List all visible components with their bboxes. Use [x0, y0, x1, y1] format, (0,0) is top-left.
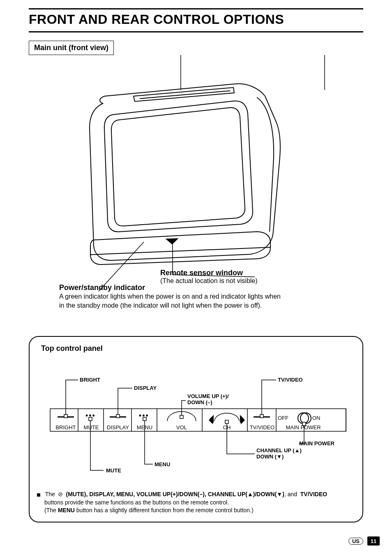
- svg-rect-27: [180, 415, 183, 419]
- note-pre: The: [45, 491, 55, 497]
- strip-display-label: DISPLAY: [105, 424, 131, 430]
- note-line3bold: MENU: [58, 507, 75, 513]
- strip-mute-label: MUTE: [81, 424, 102, 430]
- note-line3post: button has a slightly different function…: [76, 507, 254, 513]
- note-line2: buttons provide the same functions as th…: [44, 499, 229, 506]
- svg-rect-31: [225, 420, 228, 424]
- svg-rect-28: [260, 414, 263, 418]
- mute-icon: ⊘: [57, 491, 65, 497]
- power-standby-title: Power/standby indicator: [59, 283, 281, 292]
- callout-menu: MENU: [154, 461, 170, 467]
- front-view-figure: Remote sensor window (The actual locatio…: [29, 55, 363, 326]
- strip-vol-label: VOL: [171, 424, 192, 430]
- callout-mainpower: MAIN POWER: [299, 440, 334, 447]
- subtitle-box: Main unit (front view): [29, 41, 114, 55]
- callout-mute: MUTE: [106, 467, 121, 474]
- page-title: FRONT AND REAR CONTROL OPTIONS: [29, 12, 363, 27]
- strip-menu-label: MENU: [134, 424, 155, 430]
- bullet-icon: [37, 493, 40, 497]
- strip-mainpower-label: MAIN POWER: [279, 424, 328, 430]
- svg-marker-20: [209, 416, 213, 424]
- note-bold2-text: TV/VIDEO: [300, 491, 327, 497]
- remote-sensor-label: Remote sensor window (The actual locatio…: [160, 269, 258, 285]
- svg-point-24: [300, 413, 311, 424]
- title-row: FRONT AND REAR CONTROL OPTIONS: [29, 8, 363, 32]
- page-footer: US 11: [348, 536, 380, 545]
- callout-tv: TV/VIDEO: [278, 377, 303, 383]
- page-number: 11: [367, 536, 380, 545]
- svg-point-23: [298, 413, 309, 424]
- power-standby-body: A green indicator lights when the power …: [59, 292, 281, 310]
- callout-display: DISPLAY: [134, 385, 157, 391]
- remote-sensor-title: Remote sensor window: [160, 269, 258, 277]
- strip-ch-label: CH: [219, 424, 235, 430]
- panel-note: The ⊘ (MUTE), DISPLAY, MENU, VOLUME UP(+…: [37, 490, 362, 514]
- callout-volume: VOLUME UP (+)/ DOWN (–): [187, 394, 229, 406]
- strip-off-label: OFF: [278, 415, 288, 421]
- strip-tv-label: TV/VIDEO: [249, 424, 276, 430]
- note-line3pre: (The: [44, 507, 56, 513]
- callout-bright: BRIGHT: [80, 377, 100, 383]
- note-mid: , and: [284, 491, 297, 497]
- svg-rect-25: [64, 414, 67, 418]
- strip-on-label: ON: [312, 415, 321, 421]
- note-bold1: (MUTE), DISPLAY, MENU, VOLUME UP(+)/DOWN…: [66, 491, 284, 497]
- callout-channel: CHANNEL UP (▲) DOWN (▼): [256, 448, 302, 460]
- svg-rect-26: [116, 414, 120, 418]
- svg-marker-21: [241, 416, 245, 424]
- strip-bright-label: BRIGHT: [53, 424, 78, 430]
- power-standby-label: Power/standby indicator A green indicato…: [59, 283, 281, 310]
- region-badge: US: [348, 538, 363, 545]
- top-control-panel: Top control panel: [29, 336, 363, 522]
